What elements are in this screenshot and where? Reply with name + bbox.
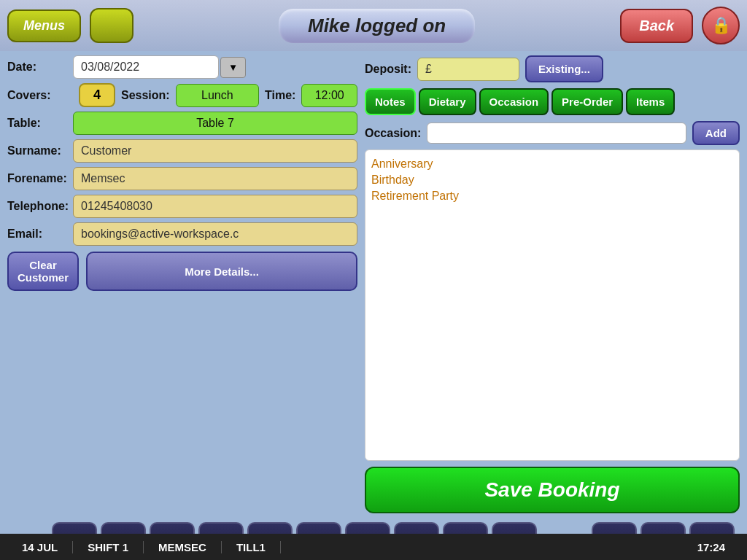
date-row: Date: ▼: [7, 55, 357, 79]
email-row: Email: bookings@active-workspace.c: [7, 222, 357, 246]
surname-value[interactable]: Customer: [73, 139, 357, 163]
telephone-value[interactable]: 01245408030: [73, 195, 357, 218]
status-shift: SHIFT 1: [73, 541, 144, 553]
table-value: Table 7: [73, 112, 357, 135]
status-date: 14 JUL: [7, 541, 73, 553]
covers-label: Covers:: [7, 89, 73, 102]
table-row: Table: Table 7: [7, 112, 357, 135]
bottom-buttons: ClearCustomer More Details...: [7, 252, 357, 291]
session-label: Session:: [121, 89, 170, 102]
tab-notes[interactable]: Notes: [365, 88, 416, 115]
list-item[interactable]: Birthday: [371, 172, 733, 188]
surname-label: Surname:: [7, 144, 73, 158]
date-input[interactable]: [73, 55, 219, 79]
back-button[interactable]: Back: [620, 9, 693, 43]
list-item[interactable]: Retirement Party: [371, 188, 733, 204]
occasion-list: Anniversary Birthday Retirement Party: [365, 149, 740, 461]
list-item[interactable]: Anniversary: [371, 156, 733, 172]
table-label: Table:: [7, 117, 73, 130]
occasion-input[interactable]: [427, 122, 686, 144]
occasion-label: Occasion:: [365, 127, 421, 140]
status-time: 17:24: [683, 541, 740, 553]
date-arrow-button[interactable]: ▼: [220, 57, 246, 78]
main-content: Date: ▼ Covers: 4 Session: Lunch Time: 1…: [0, 51, 747, 518]
deposit-prefix: £: [425, 63, 432, 75]
deposit-label: Deposit:: [365, 63, 411, 76]
yellow-circle-button[interactable]: [90, 8, 133, 43]
save-booking-button[interactable]: Save Booking: [365, 467, 740, 513]
header: Menus Mike logged on Back 🔒: [0, 0, 747, 51]
lock-icon: 🔒: [711, 16, 731, 35]
surname-row: Surname: Customer: [7, 139, 357, 163]
time-value: 12:00: [301, 84, 357, 107]
status-bar: 14 JUL SHIFT 1 MEMSEC TILL1 17:24: [0, 534, 747, 560]
lock-button[interactable]: 🔒: [702, 7, 740, 44]
menus-button[interactable]: Menus: [7, 9, 81, 42]
existing-button[interactable]: Existing...: [525, 55, 603, 82]
more-details-button[interactable]: More Details...: [86, 252, 357, 291]
tab-dietary[interactable]: Dietary: [419, 88, 476, 115]
telephone-row: Telephone: 01245408030: [7, 195, 357, 218]
deposit-row: Deposit: £ Existing...: [365, 55, 740, 82]
date-label: Date:: [7, 61, 73, 74]
status-user: MEMSEC: [144, 541, 222, 553]
left-panel: Date: ▼ Covers: 4 Session: Lunch Time: 1…: [7, 55, 357, 513]
time-label: Time:: [265, 89, 295, 102]
covers-value: 4: [79, 83, 115, 107]
session-value: Lunch: [176, 84, 259, 107]
email-label: Email:: [7, 228, 73, 241]
occasion-row: Occasion: Add: [365, 121, 740, 145]
right-panel: Deposit: £ Existing... Notes Dietary Occ…: [365, 55, 740, 513]
forename-label: Forename:: [7, 172, 73, 185]
tab-occasion[interactable]: Occasion: [479, 88, 549, 115]
add-occasion-button[interactable]: Add: [692, 121, 740, 145]
email-value[interactable]: bookings@active-workspace.c: [73, 222, 357, 246]
telephone-label: Telephone:: [7, 200, 73, 213]
clear-customer-button[interactable]: ClearCustomer: [7, 252, 79, 291]
status-till: TILL1: [222, 541, 281, 553]
tab-items[interactable]: Items: [626, 88, 675, 115]
header-title: Mike logged on: [279, 9, 475, 43]
deposit-input[interactable]: £: [417, 58, 519, 81]
tab-row: Notes Dietary Occasion Pre-Order Items: [365, 88, 740, 115]
forename-row: Forename: Memsec: [7, 167, 357, 190]
tab-preorder[interactable]: Pre-Order: [551, 88, 623, 115]
forename-value[interactable]: Memsec: [73, 167, 357, 190]
covers-session-time-row: Covers: 4 Session: Lunch Time: 12:00: [7, 83, 357, 107]
